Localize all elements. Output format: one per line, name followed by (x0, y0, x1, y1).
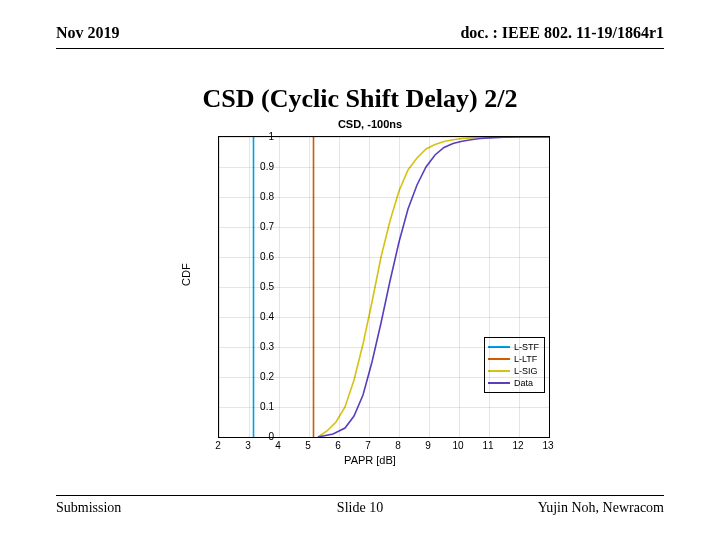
xtick-label: 3 (233, 440, 263, 451)
ytick-label: 0.5 (224, 281, 274, 292)
chart-title: CSD, -100ns (174, 118, 566, 130)
grid-line (309, 137, 310, 437)
grid-line (549, 137, 550, 437)
ytick-label: 0.4 (224, 311, 274, 322)
ytick-label: 0.9 (224, 161, 274, 172)
grid-line (519, 137, 520, 437)
slide-header: Nov 2019 doc. : IEEE 802. 11-19/1864r1 (56, 24, 664, 49)
grid-line (369, 137, 370, 437)
xtick-label: 6 (323, 440, 353, 451)
grid-line (279, 137, 280, 437)
chart-container: CSD, -100ns CDF L-STFL-LTFL-SIGData PAPR… (174, 118, 566, 468)
grid-line (399, 137, 400, 437)
ytick-label: 0.3 (224, 341, 274, 352)
xtick-label: 2 (203, 440, 233, 451)
ytick-label: 0.8 (224, 191, 274, 202)
xtick-label: 8 (383, 440, 413, 451)
grid-line (219, 137, 220, 437)
chart-legend: L-STFL-LTFL-SIGData (484, 337, 545, 393)
xtick-label: 9 (413, 440, 443, 451)
legend-label: L-LTF (514, 354, 537, 364)
header-docnum: doc. : IEEE 802. 11-19/1864r1 (460, 24, 664, 42)
legend-row: Data (488, 377, 539, 389)
slide-page: Nov 2019 doc. : IEEE 802. 11-19/1864r1 C… (0, 0, 720, 540)
ytick-label: 1 (224, 131, 274, 142)
grid-line (339, 137, 340, 437)
xtick-label: 11 (473, 440, 503, 451)
ytick-label: 0.2 (224, 371, 274, 382)
footer-center: Slide 10 (56, 500, 664, 516)
legend-label: Data (514, 378, 533, 388)
xtick-label: 10 (443, 440, 473, 451)
legend-row: L-SIG (488, 365, 539, 377)
slide-footer: Submission Slide 10 Yujin Noh, Newracom (56, 495, 664, 516)
legend-label: L-SIG (514, 366, 538, 376)
chart-xlabel: PAPR [dB] (174, 454, 566, 466)
legend-swatch (488, 382, 510, 384)
grid-line (429, 137, 430, 437)
grid-line (459, 137, 460, 437)
ytick-label: 0.1 (224, 401, 274, 412)
slide-title: CSD (Cyclic Shift Delay) 2/2 (0, 84, 720, 114)
legend-swatch (488, 370, 510, 372)
xtick-label: 13 (533, 440, 563, 451)
grid-line (489, 137, 490, 437)
xtick-label: 12 (503, 440, 533, 451)
header-date: Nov 2019 (56, 24, 120, 42)
ytick-label: 0.6 (224, 251, 274, 262)
xtick-label: 7 (353, 440, 383, 451)
ytick-label: 0.7 (224, 221, 274, 232)
legend-row: L-LTF (488, 353, 539, 365)
chart-ylabel: CDF (180, 263, 192, 286)
xtick-label: 5 (293, 440, 323, 451)
xtick-label: 4 (263, 440, 293, 451)
legend-swatch (488, 358, 510, 360)
